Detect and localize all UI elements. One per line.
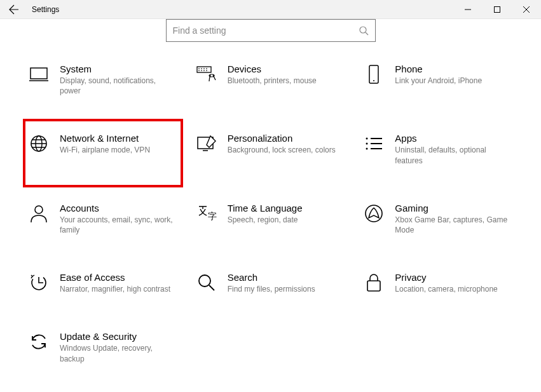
category-devices[interactable]: Devices Bluetooth, printers, mouse [193, 61, 348, 98]
category-ease-of-access[interactable]: Ease of Access Narrator, magnifier, high… [25, 269, 181, 297]
category-subtitle: Location, camera, microphone [395, 284, 497, 294]
svg-rect-2 [31, 68, 47, 79]
svg-point-12 [35, 206, 43, 213]
svg-rect-17 [367, 281, 380, 291]
category-title: Network & Internet [60, 133, 150, 144]
search-box[interactable] [166, 19, 376, 42]
category-personalization[interactable]: Personalization Background, lock screen,… [193, 130, 348, 168]
category-subtitle: Uninstall, defaults, optional features [395, 145, 509, 165]
category-subtitle: Xbox Game Bar, captures, Game Mode [395, 215, 509, 235]
maximize-button[interactable] [483, 0, 512, 19]
category-phone[interactable]: Phone Link your Android, iPhone [360, 61, 516, 98]
svg-rect-0 [495, 7, 500, 13]
titlebar: Settings [0, 0, 541, 19]
category-system[interactable]: System Display, sound, notifications, po… [25, 61, 181, 98]
category-subtitle: Narrator, magnifier, high contrast [60, 284, 170, 294]
category-gaming[interactable]: Gaming Xbox Game Bar, captures, Game Mod… [360, 200, 516, 238]
category-apps[interactable]: Apps Uninstall, defaults, optional featu… [360, 130, 516, 168]
category-subtitle: Find my files, permissions [228, 284, 315, 294]
phone-icon [363, 64, 385, 85]
category-title: Update & Security [60, 331, 174, 342]
privacy-icon [363, 272, 385, 294]
time-language-icon: 字 [196, 203, 217, 224]
category-subtitle: Wi-Fi, airplane mode, VPN [60, 145, 150, 155]
svg-point-16 [199, 275, 210, 287]
svg-rect-3 [197, 67, 211, 72]
category-subtitle: Speech, region, date [228, 215, 303, 225]
gaming-icon [363, 203, 385, 224]
category-accounts[interactable]: Accounts Your accounts, email, sync, wor… [25, 200, 181, 238]
back-button[interactable] [0, 0, 28, 19]
category-search[interactable]: Search Find my files, permissions [193, 269, 348, 297]
network-icon [28, 133, 50, 154]
maximize-icon [494, 6, 500, 13]
minimize-button[interactable] [453, 0, 483, 19]
category-title: Time & Language [228, 203, 303, 213]
category-privacy[interactable]: Privacy Location, camera, microphone [360, 269, 516, 297]
category-title: Search [228, 272, 315, 283]
category-time-language[interactable]: 字 Time & Language Speech, region, date [193, 200, 348, 238]
update-security-icon [28, 331, 50, 353]
svg-point-9 [366, 138, 368, 140]
category-title: Personalization [228, 133, 336, 144]
close-button[interactable] [512, 0, 541, 19]
apps-icon [363, 133, 385, 154]
svg-text:字: 字 [208, 211, 217, 221]
category-title: Phone [395, 64, 482, 74]
category-title: Gaming [395, 203, 509, 213]
search-row [0, 19, 541, 42]
settings-categories: System Display, sound, notifications, po… [0, 42, 541, 386]
category-title: Privacy [395, 272, 497, 283]
svg-point-11 [366, 148, 368, 150]
category-subtitle: Link your Android, iPhone [395, 76, 482, 86]
minimize-icon [465, 6, 471, 13]
search-category-icon [196, 272, 217, 294]
close-icon [523, 6, 530, 13]
category-subtitle: Background, lock screen, colors [228, 145, 336, 155]
category-update-security[interactable]: Update & Security Windows Update, recove… [25, 328, 181, 366]
personalization-icon [196, 133, 217, 154]
devices-icon [196, 64, 217, 85]
category-title: Apps [395, 133, 509, 144]
search-icon [359, 25, 369, 36]
category-title: Ease of Access [60, 272, 170, 283]
category-title: Accounts [60, 203, 174, 213]
svg-point-5 [373, 80, 374, 81]
category-title: System [60, 64, 174, 74]
back-arrow-icon [9, 4, 19, 15]
category-subtitle: Your accounts, email, sync, work, family [60, 215, 174, 235]
system-icon [28, 64, 50, 85]
search-input[interactable] [173, 25, 359, 36]
window-controls [453, 0, 541, 19]
ease-of-access-icon [28, 272, 50, 294]
accounts-icon [28, 203, 50, 224]
svg-point-1 [360, 27, 366, 33]
category-subtitle: Display, sound, notifications, power [60, 76, 174, 96]
window-title: Settings [32, 5, 59, 14]
category-subtitle: Bluetooth, printers, mouse [228, 76, 317, 86]
svg-point-14 [366, 205, 382, 222]
category-network-internet[interactable]: Network & Internet Wi-Fi, airplane mode,… [23, 119, 183, 187]
category-subtitle: Windows Update, recovery, backup [60, 343, 174, 363]
svg-point-10 [366, 143, 368, 145]
category-title: Devices [228, 64, 317, 74]
